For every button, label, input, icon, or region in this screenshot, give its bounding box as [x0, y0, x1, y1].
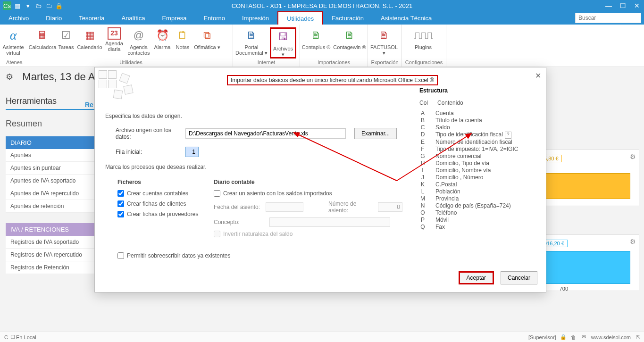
list-item[interactable]: Registros de Retención: [6, 261, 100, 274]
menu-bar: Archivo Diario Tesorería Analítica Empre…: [0, 11, 644, 25]
menu-entorno[interactable]: Entorno: [195, 11, 234, 25]
list-item[interactable]: Registros de IVA repercutido: [6, 249, 100, 261]
import-dialog: Importar datos básicos desde un único fi…: [94, 67, 546, 292]
estructura-row: IDomicilio, Nombre vía: [419, 167, 533, 174]
estructura-heading: Estructura: [419, 87, 533, 94]
accept-button[interactable]: Aceptar: [459, 271, 494, 284]
menu-diario[interactable]: Diario: [37, 11, 70, 25]
menu-archivo[interactable]: Archivo: [0, 11, 37, 25]
estructura-row: ACuenta: [419, 110, 533, 117]
ribbon-group-atenea: Atenea: [0, 59, 29, 67]
section-iva-header: IVA / RETENCIONES: [6, 223, 100, 236]
estructura-row: NCódigo de país (España=724): [419, 202, 533, 209]
qat-lock-icon[interactable]: 🔒: [55, 1, 63, 10]
ribbon-portal-documental[interactable]: 🗎Portal Documental ▾: [233, 27, 270, 56]
chart-x-label: 700: [560, 286, 568, 292]
search-input[interactable]: [575, 13, 641, 23]
tab-recientes[interactable]: Re: [85, 101, 93, 108]
estructura-row: ENúmero de identificación fiscal: [419, 139, 533, 146]
ribbon-group-utilidades: Utilidades: [29, 59, 233, 67]
ficheros-heading: Ficheros: [117, 179, 214, 185]
ribbon-agenda-diaria[interactable]: 23Agenda diaria: [103, 27, 125, 52]
page-date: Martes, 13 de Ab: [22, 71, 100, 83]
conc-input: [269, 217, 390, 227]
trash-icon[interactable]: 🗑: [570, 334, 577, 340]
qat-folder-icon[interactable]: 🗀: [44, 1, 53, 10]
status-site[interactable]: www.sdelsol.com: [591, 334, 631, 340]
status-local: En Local: [16, 334, 36, 340]
contenido-header: Contenido: [437, 100, 463, 106]
qat-folder-open-icon[interactable]: 🗁: [34, 1, 42, 10]
menu-asistencia[interactable]: Asistencia Técnica: [372, 11, 440, 25]
menu-tesoreria[interactable]: Tesorería: [70, 11, 113, 25]
mail-icon[interactable]: ✉: [581, 334, 587, 340]
ribbon-notas[interactable]: 🗒Notas: [173, 27, 192, 50]
status-icon: ☐: [9, 334, 16, 340]
menu-empresa[interactable]: Empresa: [153, 11, 195, 25]
list-item[interactable]: Apuntes de IVA soportado: [6, 175, 100, 187]
num-input: [378, 202, 402, 212]
ribbon-ofimatica[interactable]: ⧉Ofimática ▾: [192, 27, 222, 50]
ribbon-plugins[interactable]: ⎍⎍⎍Plugins: [402, 27, 444, 50]
menu-facturacion[interactable]: Facturación: [323, 11, 372, 25]
estructura-row: QFax: [419, 224, 533, 231]
estructura-row: BTítulo de la cuenta: [419, 117, 533, 124]
col-header: Col: [419, 100, 428, 106]
row-input[interactable]: [185, 147, 199, 157]
ribbon-agenda-contactos[interactable]: @Agenda contactos: [125, 27, 152, 56]
chk-clientes[interactable]: Crear fichas de clientes: [117, 200, 214, 207]
list-item[interactable]: Apuntes de retención: [6, 200, 100, 213]
ribbon-asistente[interactable]: αAsistente virtual: [0, 27, 26, 56]
estructura-row: KC.Postal: [419, 181, 533, 188]
menu-impresion[interactable]: Impresión: [234, 11, 277, 25]
dialog-title: Importar datos básicos desde un único fi…: [227, 75, 438, 85]
estructura-row: CSaldo: [419, 124, 533, 131]
browse-button[interactable]: Examinar...: [354, 128, 397, 139]
chk-invertir: Invertir naturaleza del saldo: [214, 231, 402, 237]
ribbon-calendario[interactable]: ▦Calendario: [76, 27, 103, 50]
estructura-row: MProvincia: [419, 195, 533, 202]
qat-icon[interactable]: ▾: [24, 1, 32, 10]
maximize-button[interactable]: ☐: [616, 0, 630, 11]
ribbon-group-internet: Internet: [233, 59, 300, 67]
estructura-row: JDomicilio , Número: [419, 174, 533, 181]
status-bar: C ☐ En Local [Supervisor] 🔒 🗑 ✉ www.sdel…: [0, 332, 644, 342]
num-label: Número de asiento:: [328, 200, 374, 214]
cancel-button[interactable]: Cancelar: [501, 271, 537, 284]
ribbon-group-exportacion: Exportación: [368, 59, 401, 67]
menu-analitica[interactable]: Analítica: [113, 11, 154, 25]
list-item[interactable]: Registros de IVA soportado: [6, 236, 100, 249]
list-item[interactable]: Apuntes de IVA repercutido: [6, 187, 100, 200]
ribbon-archivos[interactable]: 🖫Archivos ▾: [270, 27, 296, 58]
gear-icon[interactable]: ⚙: [630, 238, 636, 245]
list-item[interactable]: Apuntes sin puntear: [6, 162, 100, 175]
gear-icon[interactable]: ⚙: [630, 153, 636, 160]
list-item[interactable]: Apuntes: [6, 149, 100, 162]
ribbon-tareas[interactable]: ☑Tareas: [56, 27, 76, 50]
estructura-row: GNombre comercial: [419, 153, 533, 160]
menu-utilidades[interactable]: Utilidades: [277, 11, 323, 25]
ribbon-contagewin[interactable]: 🗎Contagewin ®: [332, 27, 367, 50]
estructura-row: FTipo de impuesto: 1=IVA, 2=IGIC: [419, 146, 533, 153]
dialog-close-icon[interactable]: ✕: [535, 71, 541, 80]
external-icon[interactable]: ⇱: [635, 334, 641, 340]
ribbon-group-importaciones: Importaciones: [300, 59, 368, 67]
minimize-button[interactable]: —: [602, 0, 616, 11]
ribbon-calculadora[interactable]: 🖩Calculadora: [29, 27, 56, 50]
resumen-heading: Resumen: [6, 119, 100, 129]
ribbon-group-config: Configuraciones: [402, 59, 446, 67]
chk-overwrite[interactable]: Permitir sobreescribir datos ya existent…: [105, 252, 536, 259]
diario-heading: Diario contable: [214, 179, 402, 185]
qat-icon[interactable]: ▦: [13, 1, 22, 10]
chk-cuentas[interactable]: Crear cuentas contables: [117, 190, 214, 197]
ribbon-factusol[interactable]: 🗎FACTUSOL ▾: [368, 27, 400, 56]
ribbon-contaplus[interactable]: 🗎Contaplus ®: [300, 27, 332, 50]
lock-icon[interactable]: 🔒: [560, 334, 567, 340]
origin-input[interactable]: [185, 128, 346, 139]
close-button[interactable]: ✕: [630, 0, 644, 11]
gear-icon[interactable]: ⚙: [6, 72, 13, 82]
ribbon-alarma[interactable]: ⏰Alarma: [152, 27, 173, 50]
chk-asiento[interactable]: Crear un asiento con los saldos importad…: [214, 190, 402, 197]
chk-proveedores[interactable]: Crear fichas de proveedores: [117, 211, 214, 217]
row-label: Fila inicial:: [105, 149, 185, 155]
